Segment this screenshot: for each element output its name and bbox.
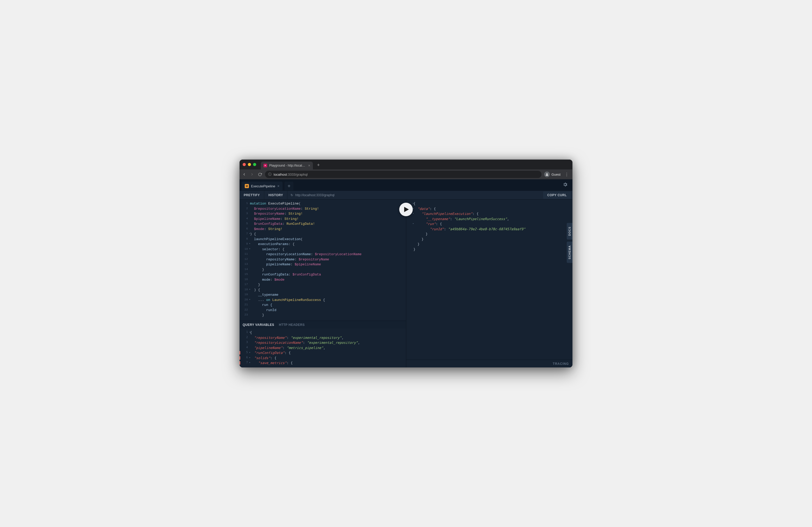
close-window-icon[interactable]: [243, 163, 246, 166]
profile-label: Guest: [551, 172, 561, 177]
maximize-window-icon[interactable]: [253, 163, 256, 166]
settings-button[interactable]: [563, 182, 570, 188]
playground-tabstrip: M ExecutePipeline × +: [240, 179, 572, 191]
url-text: localhost:3333/graphql: [274, 172, 308, 177]
browser-tab-title: Playground - http://localhost:3: [269, 164, 306, 167]
copy-curl-button[interactable]: COPY CURL: [543, 192, 571, 199]
new-playground-tab-button[interactable]: +: [285, 182, 293, 191]
browser-tabstrip: ✦ Playground - http://localhost:3 × +: [240, 160, 572, 169]
query-variables-tab[interactable]: QUERY VARIABLES: [243, 323, 274, 327]
new-browser-tab-button[interactable]: +: [315, 162, 322, 168]
graphql-playground: M ExecutePipeline × + PRETTIFY HISTORY ↻…: [240, 179, 572, 367]
reload-schema-icon[interactable]: ↻: [291, 193, 293, 197]
docs-tab[interactable]: DOCS: [567, 223, 572, 240]
history-button[interactable]: HISTORY: [264, 191, 287, 199]
playground-main: 1mutation ExecutePipeline( 2 $repository…: [240, 199, 572, 367]
profile-button[interactable]: Guest: [544, 171, 561, 177]
schema-tab[interactable]: SCHEMA: [567, 242, 572, 263]
error-marker-icon: [240, 351, 240, 355]
error-marker-icon: [240, 356, 240, 360]
back-button[interactable]: [242, 172, 247, 177]
url-input[interactable]: ⓘ localhost:3333/graphql: [265, 171, 541, 178]
prettify-button[interactable]: PRETTIFY: [240, 191, 264, 199]
execute-button[interactable]: [399, 203, 413, 216]
browser-tab[interactable]: ✦ Playground - http://localhost:3 ×: [261, 162, 313, 169]
variables-editor[interactable]: 1▾{ 2 "repositoryName": "experimental_re…: [240, 329, 406, 367]
avatar-icon: [544, 171, 550, 177]
playground-tab[interactable]: M ExecutePipeline ×: [242, 182, 282, 191]
browser-menu-button[interactable]: ⋮: [563, 172, 570, 177]
playground-toolbar: PRETTIFY HISTORY ↻ http://localhost:3333…: [240, 191, 572, 199]
right-pane: ▾{ ▾ "data": { ▾ "launchPipelineExecutio…: [406, 199, 573, 367]
site-info-icon[interactable]: ⓘ: [268, 172, 272, 177]
svg-marker-1: [404, 207, 409, 212]
close-tab-icon[interactable]: ×: [308, 164, 310, 168]
query-editor[interactable]: 1mutation ExecutePipeline( 2 $repository…: [240, 199, 406, 321]
bottom-tabstrip: QUERY VARIABLES HTTP HEADERS: [240, 321, 406, 329]
error-marker-icon: [240, 361, 240, 365]
svg-point-0: [547, 173, 548, 175]
endpoint-input[interactable]: ↻ http://localhost:3333/graphql: [287, 193, 543, 197]
favicon-icon: ✦: [263, 164, 267, 167]
play-icon: [404, 207, 409, 212]
reload-button[interactable]: [257, 172, 262, 177]
left-pane: 1mutation ExecutePipeline( 2 $repository…: [240, 199, 406, 367]
tracing-tab[interactable]: TRACING: [406, 360, 573, 367]
browser-window: ✦ Playground - http://localhost:3 × + ⓘ …: [240, 160, 572, 367]
response-viewer[interactable]: ▾{ ▾ "data": { ▾ "launchPipelineExecutio…: [406, 199, 573, 360]
forward-button[interactable]: [249, 172, 255, 177]
playground-tab-title: ExecutePipeline: [251, 184, 275, 188]
side-tabs: DOCS SCHEMA: [567, 223, 572, 263]
close-playground-tab-icon[interactable]: ×: [277, 184, 279, 188]
browser-toolbar: ⓘ localhost:3333/graphql Guest ⋮: [240, 169, 572, 179]
minimize-window-icon[interactable]: [248, 163, 251, 166]
window-controls: [243, 163, 256, 166]
endpoint-url: http://localhost:3333/graphql: [295, 193, 334, 197]
mutation-badge: M: [245, 184, 249, 188]
http-headers-tab[interactable]: HTTP HEADERS: [279, 323, 305, 327]
